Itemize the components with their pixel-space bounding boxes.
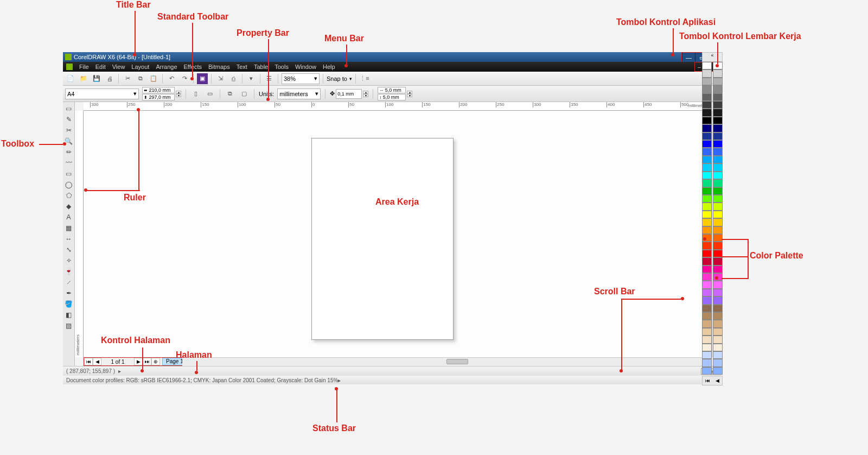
eyedropper-tool[interactable]: ⟋ bbox=[63, 277, 74, 288]
welcome-button[interactable]: ☰ bbox=[264, 73, 275, 84]
palette-swatch[interactable] bbox=[713, 179, 723, 187]
palette-swatch[interactable] bbox=[713, 140, 723, 148]
current-page-button[interactable]: ▢ bbox=[239, 89, 250, 99]
palette-swatch[interactable] bbox=[702, 211, 712, 218]
palette-swatch[interactable] bbox=[702, 195, 712, 203]
duplicate-y-input[interactable]: ↕ 5,0 mm bbox=[378, 94, 406, 100]
palette-swatch[interactable] bbox=[702, 312, 712, 320]
mesh-fill-tool[interactable]: ▨ bbox=[63, 320, 74, 331]
palette-swatch[interactable] bbox=[702, 320, 712, 327]
palette-swatch[interactable] bbox=[713, 266, 723, 273]
page-prev-button[interactable]: ◀ bbox=[93, 358, 101, 365]
publish-button[interactable]: ⎙ bbox=[228, 73, 239, 84]
palette-swatch[interactable] bbox=[713, 109, 723, 116]
export-button[interactable]: ⇲ bbox=[215, 73, 226, 84]
palette-expand-icon[interactable]: « bbox=[702, 52, 723, 62]
cut-button[interactable]: ✂ bbox=[122, 73, 133, 84]
outline-tool[interactable]: ✒ bbox=[63, 288, 74, 299]
landscape-button[interactable]: ▭ bbox=[205, 89, 215, 99]
palette-swatch[interactable] bbox=[702, 124, 712, 132]
duplicate-spinner[interactable]: ▴▾ bbox=[407, 91, 412, 97]
fill-tool[interactable]: 🪣 bbox=[63, 299, 74, 309]
palette-swatch[interactable] bbox=[713, 296, 723, 304]
palette-swatch[interactable] bbox=[702, 172, 712, 179]
palette-swatch[interactable] bbox=[713, 117, 723, 124]
palette-swatch[interactable] bbox=[713, 281, 723, 288]
palette-swatch[interactable] bbox=[702, 336, 712, 343]
palette-swatch[interactable] bbox=[713, 328, 723, 336]
palette-swatch[interactable] bbox=[702, 62, 712, 69]
palette-swatch[interactable] bbox=[713, 242, 723, 249]
palette-swatch[interactable] bbox=[702, 305, 712, 312]
palette-swatch[interactable] bbox=[702, 328, 712, 336]
palette-swatch[interactable] bbox=[702, 344, 712, 351]
portrait-button[interactable]: ▯ bbox=[190, 89, 201, 99]
shape-tool[interactable]: ✎ bbox=[63, 114, 74, 125]
menu-edit[interactable]: Edit bbox=[95, 64, 106, 70]
palette-swatch[interactable] bbox=[713, 359, 723, 366]
palette-swatch[interactable] bbox=[702, 132, 712, 140]
page-height-input[interactable]: ⬍ 297,0 mm bbox=[142, 94, 175, 100]
palette-swatch[interactable] bbox=[702, 218, 712, 226]
palette-swatch[interactable] bbox=[702, 85, 712, 93]
horizontal-ruler[interactable]: millimeters 3002502001501005005010015020… bbox=[84, 102, 711, 111]
palette-swatch[interactable] bbox=[702, 93, 712, 101]
menu-text[interactable]: Text bbox=[237, 64, 247, 70]
duplicate-x-input[interactable]: ↔ 5,0 mm bbox=[378, 87, 406, 93]
palette-swatch[interactable] bbox=[713, 69, 723, 77]
palette-swatch[interactable] bbox=[713, 203, 723, 210]
palette-swatch[interactable] bbox=[713, 226, 723, 234]
palette-swatch[interactable] bbox=[713, 85, 723, 93]
palette-swatch[interactable] bbox=[713, 156, 723, 163]
palette-swatch[interactable] bbox=[702, 242, 712, 249]
menu-window[interactable]: Window bbox=[295, 64, 316, 70]
palette-swatch[interactable] bbox=[702, 351, 712, 359]
units-select[interactable]: millimeters▾ bbox=[277, 89, 321, 99]
palette-swatch[interactable] bbox=[713, 78, 723, 85]
interactive-tool[interactable]: ✧ bbox=[63, 255, 74, 266]
page-next-button[interactable]: ▶ bbox=[134, 358, 143, 365]
artistic-media-tool[interactable]: 〰 bbox=[63, 157, 74, 168]
paste-button[interactable]: 📋 bbox=[148, 73, 159, 84]
options-button[interactable]: ⋮≡ bbox=[359, 73, 370, 84]
drawing-canvas[interactable]: Area Kerja bbox=[84, 111, 711, 357]
connector-tool[interactable]: ⤡ bbox=[63, 244, 74, 255]
palette-swatch[interactable] bbox=[713, 148, 723, 155]
palette-swatch[interactable] bbox=[702, 367, 712, 375]
page-last-button[interactable]: ⏭ bbox=[143, 358, 151, 365]
palette-swatch[interactable] bbox=[702, 266, 712, 273]
interactive-fill-tool[interactable]: ◧ bbox=[63, 309, 74, 320]
h-scroll-thumb[interactable] bbox=[446, 359, 468, 364]
copy-button[interactable]: ⧉ bbox=[135, 73, 146, 84]
menu-table[interactable]: Table bbox=[254, 64, 268, 70]
palette-swatch[interactable] bbox=[702, 226, 712, 234]
palette-swatch[interactable] bbox=[702, 273, 712, 281]
new-button[interactable]: 📄 bbox=[65, 73, 76, 84]
palette-swatch[interactable] bbox=[713, 234, 723, 242]
redo-button[interactable]: ↷ bbox=[179, 73, 190, 84]
palette-swatch[interactable] bbox=[713, 218, 723, 226]
palette-nav[interactable]: ⏮◀ bbox=[702, 376, 723, 386]
palette-swatch[interactable] bbox=[713, 132, 723, 140]
palette-swatch[interactable] bbox=[702, 109, 712, 116]
palette-swatch[interactable] bbox=[713, 344, 723, 351]
palette-swatch[interactable] bbox=[702, 148, 712, 155]
page-first-button[interactable]: ⏮ bbox=[84, 358, 93, 365]
rectangle-tool[interactable]: ▭ bbox=[63, 168, 74, 179]
basic-shapes-tool[interactable]: ◆ bbox=[63, 201, 74, 212]
snap-to-label[interactable]: Snap to bbox=[327, 75, 347, 82]
print-button[interactable]: 🖨 bbox=[104, 73, 115, 84]
palette-swatch[interactable] bbox=[713, 124, 723, 132]
palette-swatch[interactable] bbox=[713, 312, 723, 320]
import-button[interactable]: ▣ bbox=[197, 73, 208, 84]
palette-swatch[interactable] bbox=[713, 336, 723, 343]
menu-file[interactable]: File bbox=[79, 64, 89, 70]
zoom-level-select[interactable]: 38%▾ bbox=[282, 73, 320, 84]
palette-swatch[interactable] bbox=[713, 257, 723, 265]
horizontal-scrollbar[interactable] bbox=[182, 357, 711, 366]
palette-swatch[interactable] bbox=[702, 179, 712, 187]
palette-swatch[interactable] bbox=[702, 203, 712, 210]
open-button[interactable]: 📁 bbox=[78, 73, 89, 84]
palette-swatch[interactable] bbox=[702, 69, 712, 77]
menu-arrange[interactable]: Arrange bbox=[156, 64, 177, 70]
